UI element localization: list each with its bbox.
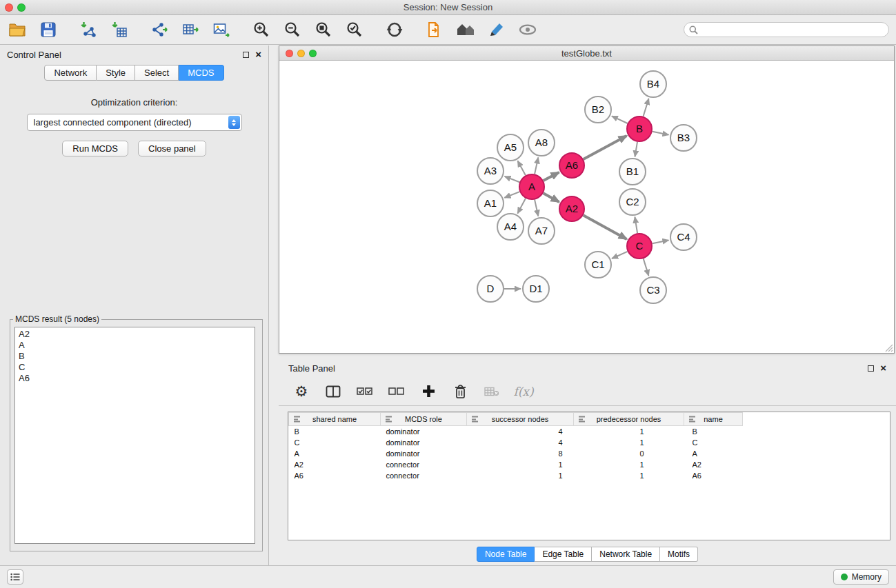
column-header-successor-nodes[interactable]: successor nodes [467,413,574,426]
float-table-panel-icon[interactable] [868,365,874,372]
minimize-network-window-button[interactable] [297,50,305,57]
open-file-button[interactable] [7,19,28,40]
zoom-selected-button[interactable] [344,19,365,40]
zoom-network-window-button[interactable] [309,50,317,57]
close-panel-button[interactable]: Close panel [138,141,206,156]
deselect-all-button[interactable] [388,383,406,401]
cell-name[interactable]: A [684,448,743,459]
node-A8[interactable]: A8 [528,130,555,156]
edge-A-A5[interactable] [518,161,526,175]
node-A[interactable]: A [519,174,544,199]
node-B1[interactable]: B1 [619,159,646,185]
zoom-out-button[interactable] [282,19,303,40]
node-C1[interactable]: C1 [585,252,611,278]
show-columns-button[interactable] [324,383,342,401]
cell-predecessor-nodes[interactable]: 1 [574,426,684,437]
cell-predecessor-nodes[interactable]: 1 [574,437,684,448]
result-item[interactable]: A2 [19,329,251,340]
edge-A6-B[interactable] [584,136,627,159]
node-A1[interactable]: A1 [477,190,504,216]
edge-A2-C[interactable] [584,215,627,239]
function-builder-button[interactable]: f(x) [515,383,532,401]
table-row[interactable]: A2connector11A2 [289,459,890,470]
toolbar-search[interactable] [684,22,889,37]
edge-C-C4[interactable] [653,240,669,243]
tab-network-table[interactable]: Network Table [592,547,660,562]
edge-A-A6[interactable] [544,172,559,181]
network-graph[interactable]: B4B2BB3A5A8A6B1A3AC2A1A2A4A7C4CC1C3DD1 [279,61,894,353]
node-A4[interactable]: A4 [497,214,524,240]
show-hide-button[interactable] [517,19,538,40]
column-header-name[interactable]: name [684,413,743,426]
zoom-in-button[interactable] [251,19,272,40]
tab-style[interactable]: Style [97,65,135,81]
edge-B-B2[interactable] [612,116,628,123]
close-window-button[interactable] [5,3,13,12]
node-D1[interactable]: D1 [523,276,549,302]
result-item[interactable]: A6 [19,373,251,384]
node-B4[interactable]: B4 [640,71,666,97]
cell-shared-name[interactable]: A [289,448,381,459]
tab-select[interactable]: Select [135,65,179,81]
cell-name[interactable]: B [684,426,743,437]
cell-successor-nodes[interactable]: 1 [467,470,574,481]
export-network-button[interactable] [149,19,170,40]
cell-successor-nodes[interactable]: 8 [467,448,574,459]
close-table-panel-icon[interactable]: × [880,365,886,372]
tab-node-table[interactable]: Node Table [477,547,535,562]
table-row[interactable]: A6connector11A6 [289,470,890,481]
column-header-predecessor-nodes[interactable]: predecessor nodes [574,413,684,426]
apply-layout-button[interactable] [384,19,405,40]
cell-predecessor-nodes[interactable]: 0 [574,448,684,459]
node-B[interactable]: B [627,116,652,141]
search-input[interactable] [701,25,884,34]
export-image-button[interactable] [211,19,232,40]
import-network-button[interactable] [78,19,99,40]
cell-successor-nodes[interactable]: 4 [467,437,574,448]
tab-motifs[interactable]: Motifs [660,547,698,562]
node-C2[interactable]: C2 [619,189,646,215]
network-window-titlebar[interactable]: testGlobe.txt [279,46,894,61]
cell-mcds-role[interactable]: dominator [381,448,467,459]
edge-A-A7[interactable] [535,200,538,216]
delete-column-button[interactable] [451,383,469,401]
column-header-mcds-role[interactable]: MCDS role [381,413,467,426]
node-C[interactable]: C [627,234,652,258]
node-A5[interactable]: A5 [497,134,524,161]
zoom-window-button[interactable] [17,3,26,12]
cell-shared-name[interactable]: C [289,437,381,448]
node-A2[interactable]: A2 [559,196,584,221]
column-header-shared-name[interactable]: shared name [289,413,381,426]
table-row[interactable]: Bdominator41B [289,426,890,437]
edge-A-A1[interactable] [504,192,519,198]
cell-name[interactable]: A2 [684,459,743,470]
result-item[interactable]: A [19,340,251,351]
show-panels-button[interactable] [7,569,23,585]
tab-edge-table[interactable]: Edge Table [535,547,592,562]
node-C4[interactable]: C4 [670,224,697,250]
cell-name[interactable]: A6 [684,470,743,481]
select-all-button[interactable] [356,383,374,401]
close-network-window-button[interactable] [286,50,293,57]
cell-successor-nodes[interactable]: 4 [467,426,574,437]
resize-grip-icon[interactable] [884,343,893,352]
add-column-button[interactable] [419,383,437,401]
table-row[interactable]: Cdominator41C [289,437,890,448]
edge-A-A8[interactable] [535,158,538,174]
first-neighbors-button[interactable] [424,19,445,40]
node-A3[interactable]: A3 [477,158,504,184]
node-A7[interactable]: A7 [528,218,555,244]
zoom-fit-button[interactable] [313,19,334,40]
cell-successor-nodes[interactable]: 1 [467,459,574,470]
cell-mcds-role[interactable]: connector [381,470,467,481]
node-C3[interactable]: C3 [640,277,666,303]
network-canvas[interactable]: B4B2BB3A5A8A6B1A3AC2A1A2A4A7C4CC1C3DD1 [279,61,894,353]
cell-mcds-role[interactable]: connector [381,459,467,470]
cell-predecessor-nodes[interactable]: 1 [574,459,684,470]
edge-B-B4[interactable] [644,99,649,116]
node-B3[interactable]: B3 [670,125,697,151]
close-panel-icon[interactable]: × [255,51,261,58]
cell-shared-name[interactable]: A6 [289,470,381,481]
cell-shared-name[interactable]: B [289,426,381,437]
edge-A-A3[interactable] [505,176,520,182]
